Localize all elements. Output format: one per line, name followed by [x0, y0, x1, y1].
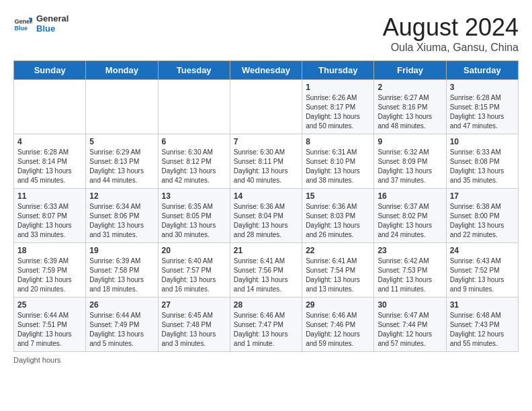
day-number: 17: [450, 191, 515, 201]
header: General Blue General Blue August 2024 Ou…: [13, 13, 519, 54]
calendar-cell-2-7: 10Sunrise: 6:33 AM Sunset: 8:08 PM Dayli…: [446, 134, 518, 189]
day-info: Sunrise: 6:41 AM Sunset: 7:56 PM Dayligh…: [234, 257, 298, 294]
calendar-cell-4-2: 19Sunrise: 6:39 AM Sunset: 7:58 PM Dayli…: [86, 243, 158, 298]
day-info: Sunrise: 6:47 AM Sunset: 7:44 PM Dayligh…: [378, 311, 442, 349]
day-number: 10: [450, 137, 515, 146]
weekday-header-wednesday: Wednesday: [230, 61, 302, 80]
weekday-header-saturday: Saturday: [446, 61, 518, 80]
day-number: 31: [450, 300, 515, 310]
day-number: 19: [89, 246, 154, 255]
logo-text-blue: Blue: [36, 24, 69, 34]
calendar-cell-4-6: 23Sunrise: 6:42 AM Sunset: 7:53 PM Dayli…: [374, 243, 446, 298]
day-info: Sunrise: 6:38 AM Sunset: 8:00 PM Dayligh…: [450, 202, 515, 240]
day-info: Sunrise: 6:43 AM Sunset: 7:52 PM Dayligh…: [450, 257, 515, 294]
svg-text:Blue: Blue: [14, 25, 28, 32]
day-info: Sunrise: 6:30 AM Sunset: 8:12 PM Dayligh…: [162, 148, 226, 185]
day-number: 2: [378, 83, 442, 92]
day-number: 15: [306, 191, 370, 201]
day-number: 5: [89, 137, 154, 146]
day-info: Sunrise: 6:32 AM Sunset: 8:09 PM Dayligh…: [378, 148, 442, 185]
day-number: 8: [306, 137, 370, 146]
day-info: Sunrise: 6:36 AM Sunset: 8:04 PM Dayligh…: [234, 202, 298, 240]
calendar-cell-5-1: 25Sunrise: 6:44 AM Sunset: 7:51 PM Dayli…: [14, 298, 86, 352]
day-info: Sunrise: 6:46 AM Sunset: 7:47 PM Dayligh…: [234, 311, 298, 349]
weekday-header-thursday: Thursday: [302, 61, 374, 80]
day-info: Sunrise: 6:31 AM Sunset: 8:10 PM Dayligh…: [306, 148, 370, 185]
calendar-cell-2-5: 8Sunrise: 6:31 AM Sunset: 8:10 PM Daylig…: [302, 134, 374, 189]
day-number: 23: [378, 246, 442, 255]
calendar-cell-4-1: 18Sunrise: 6:39 AM Sunset: 7:59 PM Dayli…: [14, 243, 86, 298]
calendar-table: SundayMondayTuesdayWednesdayThursdayFrid…: [13, 60, 519, 352]
weekday-header-monday: Monday: [86, 61, 158, 80]
calendar-cell-3-5: 15Sunrise: 6:36 AM Sunset: 8:03 PM Dayli…: [302, 189, 374, 243]
day-info: Sunrise: 6:39 AM Sunset: 7:58 PM Dayligh…: [89, 257, 154, 294]
weekday-header-friday: Friday: [374, 61, 446, 80]
main-title: August 2024: [383, 13, 519, 42]
calendar-cell-1-1: [14, 80, 86, 134]
day-info: Sunrise: 6:29 AM Sunset: 8:13 PM Dayligh…: [89, 148, 154, 185]
calendar-cell-2-4: 7Sunrise: 6:30 AM Sunset: 8:11 PM Daylig…: [230, 134, 302, 189]
calendar-cell-1-2: [86, 80, 158, 134]
subtitle: Oula Xiuma, Gansu, China: [383, 42, 519, 54]
calendar-cell-5-2: 26Sunrise: 6:44 AM Sunset: 7:49 PM Dayli…: [86, 298, 158, 352]
day-number: 14: [234, 191, 298, 201]
calendar-cell-1-5: 1Sunrise: 6:26 AM Sunset: 8:17 PM Daylig…: [302, 80, 374, 134]
day-info: Sunrise: 6:27 AM Sunset: 8:16 PM Dayligh…: [378, 93, 442, 131]
calendar-body: 1Sunrise: 6:26 AM Sunset: 8:17 PM Daylig…: [14, 80, 519, 352]
day-info: Sunrise: 6:48 AM Sunset: 7:43 PM Dayligh…: [450, 311, 515, 349]
day-number: 13: [162, 191, 226, 201]
logo: General Blue General Blue: [13, 13, 69, 34]
calendar-cell-2-3: 6Sunrise: 6:30 AM Sunset: 8:12 PM Daylig…: [158, 134, 230, 189]
calendar-cell-3-7: 17Sunrise: 6:38 AM Sunset: 8:00 PM Dayli…: [446, 189, 518, 243]
day-number: 24: [450, 246, 515, 255]
footer-daylight: Daylight hours: [13, 356, 519, 364]
calendar-cell-3-1: 11Sunrise: 6:33 AM Sunset: 8:07 PM Dayli…: [14, 189, 86, 243]
calendar-cell-5-5: 29Sunrise: 6:46 AM Sunset: 7:46 PM Dayli…: [302, 298, 374, 352]
calendar-cell-4-3: 20Sunrise: 6:40 AM Sunset: 7:57 PM Dayli…: [158, 243, 230, 298]
day-number: 7: [234, 137, 298, 146]
calendar-cell-4-5: 22Sunrise: 6:41 AM Sunset: 7:54 PM Dayli…: [302, 243, 374, 298]
day-info: Sunrise: 6:42 AM Sunset: 7:53 PM Dayligh…: [378, 257, 442, 294]
day-number: 4: [17, 137, 82, 146]
day-info: Sunrise: 6:44 AM Sunset: 7:49 PM Dayligh…: [89, 311, 154, 349]
day-info: Sunrise: 6:35 AM Sunset: 8:05 PM Dayligh…: [162, 202, 226, 240]
weekday-header-row: SundayMondayTuesdayWednesdayThursdayFrid…: [14, 61, 519, 80]
week-row-3: 11Sunrise: 6:33 AM Sunset: 8:07 PM Dayli…: [14, 189, 519, 243]
day-info: Sunrise: 6:40 AM Sunset: 7:57 PM Dayligh…: [162, 257, 226, 294]
day-number: 12: [89, 191, 154, 201]
calendar-cell-3-6: 16Sunrise: 6:37 AM Sunset: 8:02 PM Dayli…: [374, 189, 446, 243]
calendar-cell-5-4: 28Sunrise: 6:46 AM Sunset: 7:47 PM Dayli…: [230, 298, 302, 352]
day-number: 11: [17, 191, 82, 201]
calendar-cell-2-6: 9Sunrise: 6:32 AM Sunset: 8:09 PM Daylig…: [374, 134, 446, 189]
day-number: 3: [450, 83, 515, 92]
calendar-cell-3-4: 14Sunrise: 6:36 AM Sunset: 8:04 PM Dayli…: [230, 189, 302, 243]
weekday-header-tuesday: Tuesday: [158, 61, 230, 80]
day-number: 25: [17, 300, 82, 310]
logo-icon: General Blue: [13, 14, 32, 33]
day-number: 29: [306, 300, 370, 310]
day-number: 9: [378, 137, 442, 146]
day-number: 6: [162, 137, 226, 146]
day-info: Sunrise: 6:36 AM Sunset: 8:03 PM Dayligh…: [306, 202, 370, 240]
calendar-cell-5-6: 30Sunrise: 6:47 AM Sunset: 7:44 PM Dayli…: [374, 298, 446, 352]
week-row-2: 4Sunrise: 6:28 AM Sunset: 8:14 PM Daylig…: [14, 134, 519, 189]
day-number: 28: [234, 300, 298, 310]
day-number: 1: [306, 83, 370, 92]
day-number: 20: [162, 246, 226, 255]
day-info: Sunrise: 6:28 AM Sunset: 8:14 PM Dayligh…: [17, 148, 82, 185]
day-info: Sunrise: 6:34 AM Sunset: 8:06 PM Dayligh…: [89, 202, 154, 240]
calendar-cell-2-1: 4Sunrise: 6:28 AM Sunset: 8:14 PM Daylig…: [14, 134, 86, 189]
calendar-cell-1-4: [230, 80, 302, 134]
week-row-1: 1Sunrise: 6:26 AM Sunset: 8:17 PM Daylig…: [14, 80, 519, 134]
week-row-4: 18Sunrise: 6:39 AM Sunset: 7:59 PM Dayli…: [14, 243, 519, 298]
calendar-cell-3-2: 12Sunrise: 6:34 AM Sunset: 8:06 PM Dayli…: [86, 189, 158, 243]
calendar-cell-1-6: 2Sunrise: 6:27 AM Sunset: 8:16 PM Daylig…: [374, 80, 446, 134]
day-number: 21: [234, 246, 298, 255]
day-number: 30: [378, 300, 442, 310]
day-info: Sunrise: 6:44 AM Sunset: 7:51 PM Dayligh…: [17, 311, 82, 349]
calendar-cell-1-3: [158, 80, 230, 134]
calendar-cell-5-3: 27Sunrise: 6:45 AM Sunset: 7:48 PM Dayli…: [158, 298, 230, 352]
day-info: Sunrise: 6:33 AM Sunset: 8:08 PM Dayligh…: [450, 148, 515, 185]
day-info: Sunrise: 6:28 AM Sunset: 8:15 PM Dayligh…: [450, 93, 515, 131]
day-info: Sunrise: 6:39 AM Sunset: 7:59 PM Dayligh…: [17, 257, 82, 294]
